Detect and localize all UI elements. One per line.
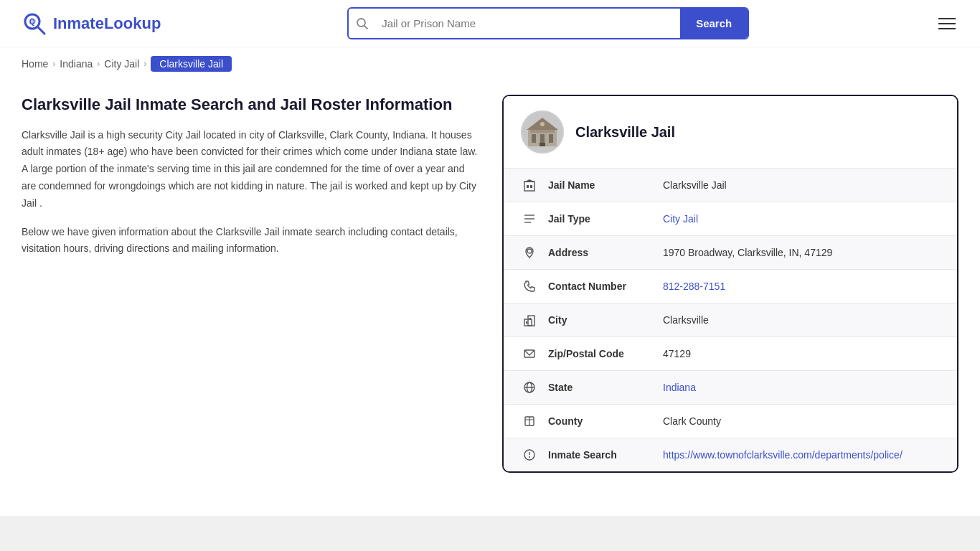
globe-icon [521,381,538,394]
city-icon [521,314,538,326]
svg-rect-9 [549,134,553,143]
field-label: Jail Name [548,179,663,191]
breadcrumb-home[interactable]: Home [22,58,48,70]
page-description-1: Clarksville Jail is a high security City… [22,127,481,212]
table-row: CountyClark County [504,405,957,438]
footer [0,516,980,551]
building-icon [521,179,538,192]
chevron-icon: › [52,59,55,69]
svg-rect-15 [527,185,529,188]
table-row: Jail NameClarksville Jail [504,169,957,202]
svg-marker-17 [524,179,535,182]
field-value: 1970 Broadway, Clarksville, IN, 47129 [663,247,940,258]
svg-line-5 [364,25,368,29]
search-bar: Search [347,7,749,39]
svg-text:Q: Q [29,18,35,26]
field-label: City [548,314,663,326]
svg-rect-24 [526,321,527,324]
svg-rect-7 [532,134,536,143]
info-table: Jail NameClarksville JailJail TypeCity J… [504,169,957,471]
svg-point-35 [529,456,530,458]
field-value: Clarksville [663,314,940,326]
location-icon [521,246,538,259]
field-label: Address [548,247,663,258]
card-title: Clarksville Jail [575,124,675,141]
search-button[interactable]: Search [680,9,748,38]
logo-text: InmateLookup [53,14,161,33]
logo: Q InmateLookup [22,11,161,37]
table-row: Zip/Postal Code47129 [504,337,957,371]
field-value: 47129 [663,348,940,359]
svg-point-21 [527,249,532,253]
table-row: StateIndiana [504,371,957,405]
svg-rect-8 [540,134,545,143]
svg-rect-14 [524,182,534,191]
table-row: Address1970 Broadway, Clarksville, IN, 4… [504,236,957,270]
breadcrumb: Home › Indiana › City Jail › Clarksville… [0,47,980,80]
table-row: Inmate Searchhttps://www.townofclarksvil… [504,438,957,471]
svg-rect-16 [530,185,532,188]
field-label: County [548,415,663,427]
mail-icon [521,347,538,360]
field-value: Clarksville Jail [663,179,940,191]
breadcrumb-current: Clarksville Jail [151,56,232,72]
svg-rect-11 [530,130,555,133]
header: Q InmateLookup Search [0,0,980,47]
svg-point-12 [540,122,545,126]
field-value: Clark County [663,415,940,427]
field-value[interactable]: Indiana [663,382,940,393]
list-icon [521,212,538,225]
svg-line-1 [37,27,44,34]
svg-rect-25 [529,318,531,320]
field-label: Contact Number [548,281,663,292]
info-card: Clarksville Jail Jail NameClarksville Ja… [502,95,958,473]
hamburger-menu[interactable] [936,15,958,32]
logo-icon: Q [22,11,47,37]
county-icon [521,415,538,428]
page-description-2: Below we have given information about th… [22,224,481,258]
chevron-icon: › [143,59,146,69]
breadcrumb-indiana[interactable]: Indiana [60,58,93,70]
table-row: Jail TypeCity Jail [504,202,957,236]
field-value[interactable]: 812-288-7151 [663,281,940,292]
page-title: Clarksville Jail Inmate Search and Jail … [22,95,481,116]
card-avatar [521,110,564,154]
phone-icon [521,280,538,293]
left-content: Clarksville Jail Inmate Search and Jail … [22,95,481,258]
card-header: Clarksville Jail [504,96,957,169]
field-value[interactable]: City Jail [663,213,940,225]
svg-rect-13 [540,143,545,146]
search-link-icon [521,448,538,461]
field-value[interactable]: https://www.townofclarksville.com/depart… [663,449,940,461]
field-label: State [548,382,663,393]
chevron-icon: › [97,59,100,69]
field-label: Zip/Postal Code [548,348,663,359]
field-label: Inmate Search [548,449,663,461]
search-icon [349,17,376,30]
main-content: Clarksville Jail Inmate Search and Jail … [0,80,980,501]
breadcrumb-city-jail[interactable]: City Jail [104,58,139,70]
table-row: Contact Number812-288-7151 [504,270,957,303]
field-label: Jail Type [548,213,663,225]
search-input[interactable] [376,10,680,37]
table-row: CityClarksville [504,303,957,337]
